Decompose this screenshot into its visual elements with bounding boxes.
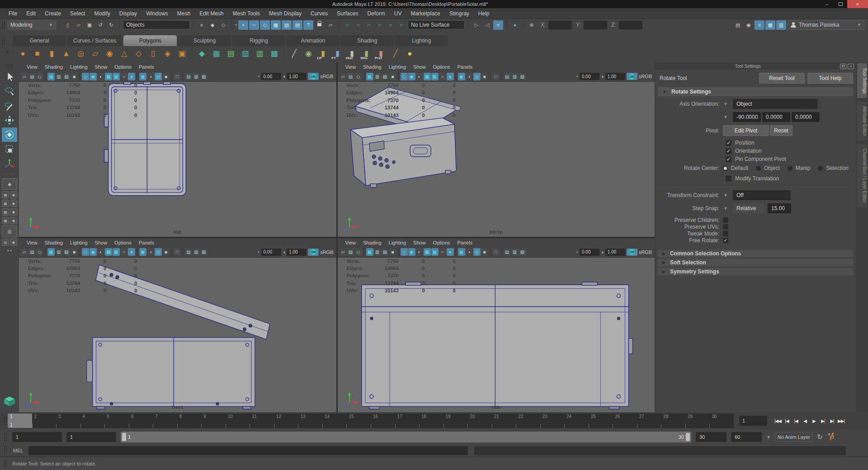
separate-icon[interactable]: ▤	[224, 47, 237, 60]
shaded-icon[interactable]: ◆	[408, 248, 415, 256]
range-grip[interactable]	[4, 432, 7, 442]
menu-item-mesh-display[interactable]: Mesh Display	[265, 9, 306, 18]
snap-move-icon[interactable]: +	[238, 20, 248, 30]
exposure-input[interactable]: 0.00	[261, 249, 281, 256]
gamma-input[interactable]: 1.00	[605, 249, 625, 256]
textured-icon[interactable]: ▩	[424, 248, 431, 256]
viewport-canvas-top[interactable]: Verts:775000Edges:1496400Polygons:737000…	[19, 82, 336, 237]
menu-item-file[interactable]: File	[5, 9, 21, 18]
viewport-menu-shading[interactable]: Shading	[42, 63, 66, 70]
motion-blur-icon[interactable]: ◑	[466, 73, 473, 80]
hist-shelf-icon[interactable]: ▮Hist	[345, 47, 359, 60]
viewport-menu-view[interactable]: View	[24, 63, 41, 70]
transform-constraint-select[interactable]: Off	[733, 190, 791, 200]
redo-icon[interactable]: ↻	[106, 20, 116, 30]
timeline-frame-12[interactable]: 12	[274, 414, 298, 428]
stto-shelf-icon[interactable]: ▮Stto	[360, 47, 373, 60]
multisample-icon[interactable]: ◎	[473, 248, 481, 256]
timeline-frame-9[interactable]: 9	[201, 414, 226, 428]
paint-effects-icon[interactable]: □	[492, 248, 500, 256]
maximize-button[interactable]	[834, 0, 847, 8]
step-back-key-button[interactable]: |◀	[792, 416, 800, 426]
motion-blur-icon[interactable]: ◑	[147, 73, 154, 80]
pivot-reset-button[interactable]: Reset	[770, 125, 793, 136]
panel-drag-handle[interactable]	[765, 65, 839, 68]
tool-settings-toggle-icon[interactable]: ▦	[765, 20, 775, 30]
reset-tool-button[interactable]: Reset Tool	[759, 73, 805, 84]
panel-drag-handle[interactable]	[657, 65, 730, 68]
menu-item-deform[interactable]: Deform	[363, 9, 389, 18]
gate-mask-icon[interactable]: ■	[389, 248, 396, 256]
paint-effects-icon[interactable]: □	[174, 73, 181, 80]
range-slider[interactable]: 1 30	[121, 432, 691, 442]
viewport-menu-view[interactable]: View	[24, 239, 41, 246]
color-management-toggle[interactable]: ON	[627, 73, 637, 80]
section-symmetry-settings[interactable]: ▶Symmetry Settings	[658, 268, 853, 275]
layout-menu-button[interactable]: ◆	[2, 178, 17, 190]
isolate-remove-icon[interactable]: ▧	[519, 73, 526, 80]
current-frame-input[interactable]: 1	[739, 416, 767, 426]
help-grip[interactable]	[4, 459, 7, 468]
step-snap-amount-input[interactable]: 15.00	[768, 203, 791, 213]
film-gate-icon[interactable]: ▥	[55, 248, 62, 256]
viewport-menu-options[interactable]: Options	[430, 63, 453, 70]
wireframe-icon[interactable]: ◇	[401, 73, 408, 80]
viewport-menu-show[interactable]: Show	[410, 63, 429, 70]
viewport-menu-show[interactable]: Show	[410, 239, 429, 246]
exposure-input[interactable]: 0.00	[580, 73, 599, 80]
film-gate-icon[interactable]: ▥	[374, 73, 381, 80]
shadows-icon[interactable]: ●	[447, 73, 454, 80]
isolate-select-icon[interactable]: ▤	[504, 73, 511, 80]
sidebar-tab-channel-box-layer-editor[interactable]: Channel Box / Layer Editor	[857, 144, 867, 207]
viewport-menu-shading[interactable]: Shading	[42, 239, 66, 246]
checkered-icon[interactable]: ▦	[431, 73, 439, 80]
shelf-tab-shading[interactable]: Shading	[340, 35, 394, 46]
edit-pivot-button[interactable]: Edit Pivot	[723, 125, 769, 136]
shelf-tab-sculpting[interactable]: Sculpting	[178, 35, 231, 46]
input-connections-icon[interactable]: ▷	[472, 20, 481, 30]
render-settings-icon[interactable]: ■	[162, 73, 170, 80]
rotate-tool[interactable]	[2, 127, 17, 142]
viewport-menu-shading[interactable]: Shading	[360, 63, 384, 70]
isolate-remove-icon[interactable]: ▧	[200, 248, 208, 256]
timeline-frame-26[interactable]: 26	[613, 414, 637, 428]
grid-icon[interactable]: ▦	[366, 73, 373, 80]
color-management-toggle[interactable]: ON	[627, 249, 637, 256]
gamma-input[interactable]: 1.00	[287, 73, 307, 80]
snap-to-view-planes-icon[interactable]: ∩	[386, 20, 396, 30]
viewport-side[interactable]: ViewShadingLightingShowOptionsPanels▱▤◇▦…	[338, 238, 655, 413]
wireframe-on-shaded-icon[interactable]: ◐	[97, 248, 104, 256]
viewport-menu-panels[interactable]: Panels	[136, 239, 157, 246]
viewport-menu-panels[interactable]: Panels	[454, 239, 476, 246]
shelf-menu-icon[interactable]: ▾	[6, 49, 13, 55]
menu-item-display[interactable]: Display	[115, 9, 141, 18]
axis-orientation-icon[interactable]	[2, 156, 17, 171]
wireframe-on-shaded-icon[interactable]: ◐	[416, 248, 423, 256]
rotate-y-input[interactable]: 0.0000	[762, 112, 790, 122]
snap-grid-toggle-icon[interactable]: ▦	[271, 20, 281, 30]
grid-icon[interactable]: ▦	[366, 248, 373, 256]
menu-item-edit-mesh[interactable]: Edit Mesh	[195, 9, 227, 18]
sidebar-tab-tool-settings[interactable]: Tool Settings	[857, 63, 867, 98]
rotate-z-input[interactable]: 0.0000	[792, 112, 820, 122]
render-settings-icon[interactable]: ■	[162, 248, 170, 256]
lasso-tool[interactable]	[2, 84, 17, 99]
shadows-icon[interactable]: ●	[128, 248, 135, 256]
paint-effects-icon[interactable]: □	[174, 248, 181, 256]
layout-preset-button[interactable]: ▦	[2, 217, 9, 224]
pick-cursor-icon[interactable]: ▱	[326, 20, 335, 30]
menu-item-help[interactable]: Help	[474, 9, 494, 18]
poly-torus-icon[interactable]: ◎	[74, 47, 87, 60]
poly-pyramid-icon[interactable]: △	[118, 47, 131, 60]
command-grip[interactable]	[4, 446, 7, 455]
checkbox-modify-translation[interactable]	[726, 176, 731, 182]
timeline-grip[interactable]	[4, 416, 7, 425]
timeline-frame-25[interactable]: 25	[589, 414, 613, 428]
wireframe-icon[interactable]: ◇	[401, 248, 408, 256]
timeline-frame-11[interactable]: 11	[250, 414, 274, 428]
viewport-menu-lighting[interactable]: Lighting	[67, 239, 91, 246]
x-coord-input[interactable]	[548, 21, 572, 29]
isolate-remove-icon[interactable]: ▧	[200, 73, 208, 80]
output-connections-icon[interactable]: ◁	[482, 20, 492, 30]
textured-icon[interactable]: ▩	[105, 73, 112, 80]
